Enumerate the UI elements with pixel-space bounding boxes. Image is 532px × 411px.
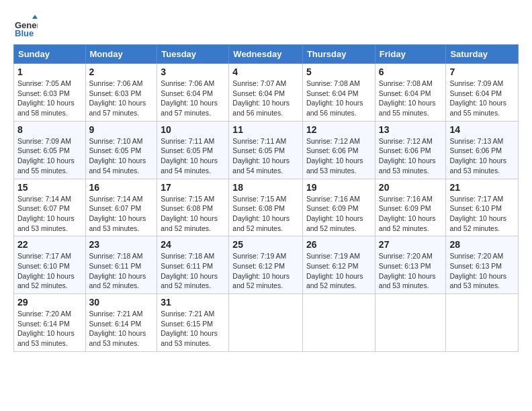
day-number: 16 [89, 182, 154, 193]
calendar-cell: 21Sunrise: 7:17 AM Sunset: 6:10 PM Dayli… [446, 179, 519, 236]
day-number: 7 [449, 66, 515, 77]
day-number: 11 [232, 124, 299, 135]
day-number: 18 [232, 182, 299, 193]
weekday-header-sunday: Sunday [14, 45, 86, 64]
day-info: Sunrise: 7:07 AM Sunset: 6:04 PM Dayligh… [232, 79, 299, 118]
day-number: 26 [306, 239, 371, 250]
day-number: 10 [161, 124, 225, 135]
day-number: 2 [89, 66, 154, 77]
day-info: Sunrise: 7:21 AM Sunset: 6:15 PM Dayligh… [161, 309, 225, 349]
day-number: 13 [379, 124, 443, 135]
day-info: Sunrise: 7:06 AM Sunset: 6:03 PM Dayligh… [89, 79, 154, 118]
svg-text:Blue: Blue [15, 28, 34, 38]
calendar-cell: 16Sunrise: 7:14 AM Sunset: 6:07 PM Dayli… [85, 179, 157, 236]
calendar-cell: 5Sunrise: 7:08 AM Sunset: 6:04 PM Daylig… [302, 64, 375, 122]
day-info: Sunrise: 7:11 AM Sunset: 6:05 PM Dayligh… [232, 136, 299, 176]
page-header: General Blue [13, 13, 519, 38]
day-info: Sunrise: 7:12 AM Sunset: 6:06 PM Dayligh… [306, 136, 371, 176]
day-number: 8 [17, 124, 82, 135]
calendar-cell: 20Sunrise: 7:16 AM Sunset: 6:09 PM Dayli… [375, 179, 446, 236]
day-number: 22 [17, 239, 82, 250]
day-number: 30 [89, 297, 154, 308]
day-info: Sunrise: 7:21 AM Sunset: 6:14 PM Dayligh… [89, 309, 154, 349]
day-number: 3 [161, 66, 225, 77]
calendar-cell [302, 294, 375, 352]
calendar-cell [375, 294, 446, 352]
day-number: 14 [449, 124, 515, 135]
day-info: Sunrise: 7:08 AM Sunset: 6:04 PM Dayligh… [306, 79, 371, 118]
calendar-cell: 12Sunrise: 7:12 AM Sunset: 6:06 PM Dayli… [302, 121, 375, 179]
calendar-cell: 9Sunrise: 7:10 AM Sunset: 6:05 PM Daylig… [85, 121, 157, 179]
calendar-cell: 11Sunrise: 7:11 AM Sunset: 6:05 PM Dayli… [229, 121, 303, 179]
day-info: Sunrise: 7:09 AM Sunset: 6:04 PM Dayligh… [449, 79, 515, 118]
day-info: Sunrise: 7:20 AM Sunset: 6:13 PM Dayligh… [449, 251, 515, 291]
day-number: 17 [161, 182, 225, 193]
day-info: Sunrise: 7:20 AM Sunset: 6:13 PM Dayligh… [379, 251, 443, 291]
weekday-header-tuesday: Tuesday [157, 45, 229, 64]
day-number: 4 [232, 66, 299, 77]
calendar-cell: 19Sunrise: 7:16 AM Sunset: 6:09 PM Dayli… [302, 179, 375, 236]
calendar-cell: 29Sunrise: 7:20 AM Sunset: 6:14 PM Dayli… [14, 294, 86, 352]
calendar-cell: 26Sunrise: 7:19 AM Sunset: 6:12 PM Dayli… [302, 236, 375, 294]
calendar-cell: 27Sunrise: 7:20 AM Sunset: 6:13 PM Dayli… [375, 236, 446, 294]
day-number: 5 [306, 66, 371, 77]
day-number: 19 [306, 182, 371, 193]
day-info: Sunrise: 7:17 AM Sunset: 6:10 PM Dayligh… [449, 194, 515, 234]
day-number: 1 [17, 66, 82, 77]
day-info: Sunrise: 7:17 AM Sunset: 6:10 PM Dayligh… [17, 251, 82, 291]
calendar-cell: 30Sunrise: 7:21 AM Sunset: 6:14 PM Dayli… [85, 294, 157, 352]
calendar-cell: 10Sunrise: 7:11 AM Sunset: 6:05 PM Dayli… [157, 121, 229, 179]
day-info: Sunrise: 7:12 AM Sunset: 6:06 PM Dayligh… [379, 136, 443, 176]
day-number: 12 [306, 124, 371, 135]
weekday-header-thursday: Thursday [302, 45, 375, 64]
calendar-cell: 7Sunrise: 7:09 AM Sunset: 6:04 PM Daylig… [446, 64, 519, 122]
day-info: Sunrise: 7:18 AM Sunset: 6:11 PM Dayligh… [161, 251, 225, 291]
weekday-header-monday: Monday [85, 45, 157, 64]
calendar-cell: 2Sunrise: 7:06 AM Sunset: 6:03 PM Daylig… [85, 64, 157, 122]
calendar-cell: 14Sunrise: 7:13 AM Sunset: 6:06 PM Dayli… [446, 121, 519, 179]
weekday-header-wednesday: Wednesday [229, 45, 303, 64]
day-info: Sunrise: 7:16 AM Sunset: 6:09 PM Dayligh… [379, 194, 443, 234]
day-info: Sunrise: 7:05 AM Sunset: 6:03 PM Dayligh… [17, 79, 82, 118]
calendar-cell: 24Sunrise: 7:18 AM Sunset: 6:11 PM Dayli… [157, 236, 229, 294]
calendar-cell: 8Sunrise: 7:09 AM Sunset: 6:05 PM Daylig… [14, 121, 86, 179]
day-info: Sunrise: 7:19 AM Sunset: 6:12 PM Dayligh… [232, 251, 299, 291]
day-number: 21 [449, 182, 515, 193]
weekday-header-saturday: Saturday [446, 45, 519, 64]
calendar-table: SundayMondayTuesdayWednesdayThursdayFrid… [13, 44, 519, 352]
day-number: 6 [379, 66, 443, 77]
day-info: Sunrise: 7:14 AM Sunset: 6:07 PM Dayligh… [89, 194, 154, 234]
day-info: Sunrise: 7:20 AM Sunset: 6:14 PM Dayligh… [17, 309, 82, 349]
day-number: 24 [161, 239, 225, 250]
calendar-cell: 17Sunrise: 7:15 AM Sunset: 6:08 PM Dayli… [157, 179, 229, 236]
day-info: Sunrise: 7:16 AM Sunset: 6:09 PM Dayligh… [306, 194, 371, 234]
day-info: Sunrise: 7:10 AM Sunset: 6:05 PM Dayligh… [89, 136, 154, 176]
calendar-cell: 1Sunrise: 7:05 AM Sunset: 6:03 PM Daylig… [14, 64, 86, 122]
calendar-cell [446, 294, 519, 352]
day-info: Sunrise: 7:15 AM Sunset: 6:08 PM Dayligh… [232, 194, 299, 234]
calendar-cell: 3Sunrise: 7:06 AM Sunset: 6:04 PM Daylig… [157, 64, 229, 122]
day-number: 15 [17, 182, 82, 193]
calendar-cell: 18Sunrise: 7:15 AM Sunset: 6:08 PM Dayli… [229, 179, 303, 236]
day-number: 23 [89, 239, 154, 250]
logo: General Blue [13, 13, 40, 38]
day-info: Sunrise: 7:06 AM Sunset: 6:04 PM Dayligh… [161, 79, 225, 118]
day-number: 25 [232, 239, 299, 250]
calendar-cell: 31Sunrise: 7:21 AM Sunset: 6:15 PM Dayli… [157, 294, 229, 352]
day-info: Sunrise: 7:08 AM Sunset: 6:04 PM Dayligh… [379, 79, 443, 118]
calendar-cell [229, 294, 303, 352]
svg-marker-2 [32, 15, 38, 19]
calendar-cell: 4Sunrise: 7:07 AM Sunset: 6:04 PM Daylig… [229, 64, 303, 122]
day-info: Sunrise: 7:09 AM Sunset: 6:05 PM Dayligh… [17, 136, 82, 176]
day-number: 20 [379, 182, 443, 193]
day-info: Sunrise: 7:11 AM Sunset: 6:05 PM Dayligh… [161, 136, 225, 176]
calendar-cell: 23Sunrise: 7:18 AM Sunset: 6:11 PM Dayli… [85, 236, 157, 294]
day-info: Sunrise: 7:19 AM Sunset: 6:12 PM Dayligh… [306, 251, 371, 291]
calendar-cell: 25Sunrise: 7:19 AM Sunset: 6:12 PM Dayli… [229, 236, 303, 294]
day-number: 31 [161, 297, 225, 308]
calendar-cell: 13Sunrise: 7:12 AM Sunset: 6:06 PM Dayli… [375, 121, 446, 179]
day-info: Sunrise: 7:14 AM Sunset: 6:07 PM Dayligh… [17, 194, 82, 234]
calendar-cell: 22Sunrise: 7:17 AM Sunset: 6:10 PM Dayli… [14, 236, 86, 294]
calendar-cell: 6Sunrise: 7:08 AM Sunset: 6:04 PM Daylig… [375, 64, 446, 122]
calendar-cell: 28Sunrise: 7:20 AM Sunset: 6:13 PM Dayli… [446, 236, 519, 294]
